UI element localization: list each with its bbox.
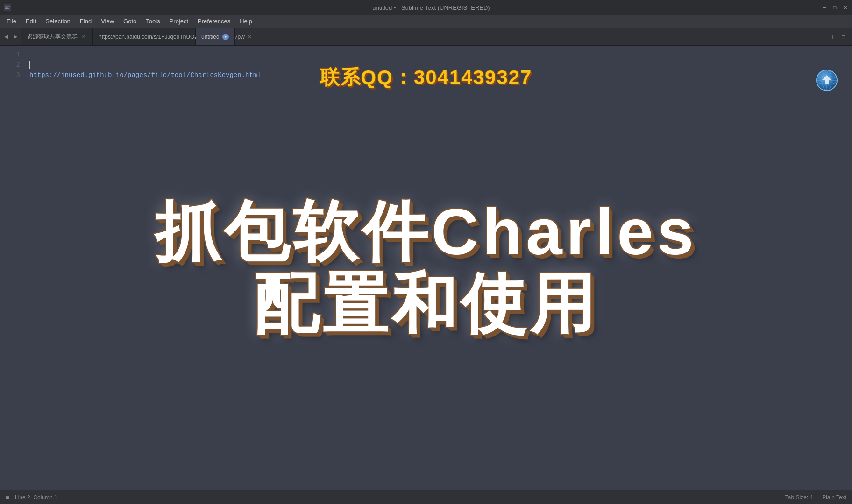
text-cursor	[29, 61, 30, 69]
window-controls: ─ □ ✕	[821, 4, 848, 11]
line-number: 1	[0, 49, 20, 60]
title-bar: untitled • - Sublime Text (UNREGISTERED)…	[0, 0, 852, 15]
tab-close-button[interactable]: ●	[222, 34, 229, 40]
menu-file[interactable]: File	[2, 16, 21, 27]
menu-edit[interactable]: Edit	[21, 16, 41, 27]
close-button[interactable]: ✕	[842, 4, 848, 11]
maximize-button[interactable]: □	[831, 4, 838, 11]
status-icon: ◼	[6, 495, 9, 500]
tab-size[interactable]: Tab Size: 4	[785, 494, 813, 501]
code-area[interactable]: https://inused.github.io/pages/file/tool…	[26, 46, 852, 490]
menu-selection[interactable]: Selection	[41, 16, 75, 27]
tab-list-button[interactable]: ≡	[839, 32, 848, 42]
minimize-button[interactable]: ─	[821, 4, 828, 11]
svg-rect-1	[5, 7, 8, 8]
menu-tools[interactable]: Tools	[141, 16, 164, 27]
tab-close-button[interactable]: ✕	[248, 34, 251, 40]
editor[interactable]: 联系QQ：3041439327 1 2 3	[0, 46, 852, 490]
menu-view[interactable]: View	[96, 16, 119, 27]
svg-rect-0	[5, 6, 10, 7]
new-tab-button[interactable]: +	[828, 32, 837, 42]
line-number: 2	[0, 60, 20, 70]
code-line-2	[29, 60, 852, 70]
status-bar: ◼ Line 2, Column 1 Tab Size: 4 Plain Tex…	[0, 490, 852, 504]
tab-baidu[interactable]: https://pan.baidu.com/s/1FJJqedTnUOZxuzt…	[93, 28, 196, 45]
tab-label: untitled	[201, 34, 220, 40]
tab-prev-button[interactable]: ◀	[2, 32, 10, 42]
window-title: untitled • - Sublime Text (UNREGISTERED)	[41, 4, 821, 11]
menu-goto[interactable]: Goto	[119, 16, 141, 27]
status-left: ◼ Line 2, Column 1	[6, 494, 57, 501]
syntax-mode[interactable]: Plain Text	[822, 494, 846, 501]
tab-navigation: ◀ ▶	[0, 28, 21, 45]
tabs-container: 资源获取共享交流群 ✕ https://pan.baidu.com/s/1FJJ…	[21, 28, 824, 45]
status-right: Tab Size: 4 Plain Text	[785, 494, 846, 501]
svg-rect-2	[5, 8, 9, 9]
cursor-position[interactable]: Line 2, Column 1	[15, 494, 57, 501]
url-text: https://inused.github.io/pages/file/tool…	[29, 70, 261, 80]
code-line-3: https://inused.github.io/pages/file/tool…	[29, 70, 852, 80]
menu-project[interactable]: Project	[165, 16, 193, 27]
menu-preferences[interactable]: Preferences	[193, 16, 235, 27]
menu-find[interactable]: Find	[75, 16, 96, 27]
tab-resources[interactable]: 资源获取共享交流群 ✕	[21, 28, 93, 45]
code-line-1	[29, 49, 852, 60]
tab-next-button[interactable]: ▶	[11, 32, 20, 42]
tab-actions: + ≡	[824, 28, 852, 45]
menu-help[interactable]: Help	[235, 16, 257, 27]
line-numbers: 1 2 3	[0, 46, 26, 490]
tab-close-button[interactable]: ✕	[80, 34, 87, 40]
tab-label: 资源获取共享交流群	[27, 33, 78, 41]
menu-bar: File Edit Selection Find View Goto Tools…	[0, 15, 852, 28]
tab-bar: ◀ ▶ 资源获取共享交流群 ✕ https://pan.baidu.com/s/…	[0, 28, 852, 46]
line-number: 3	[0, 70, 20, 80]
globe-icon	[816, 69, 838, 91]
tab-untitled[interactable]: untitled ●	[196, 28, 235, 45]
